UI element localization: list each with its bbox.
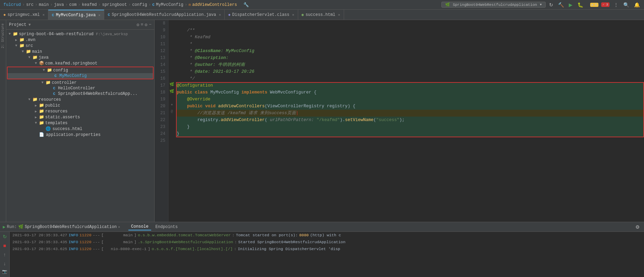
- breadcrumb-part[interactable]: MyMvcConfig: [156, 2, 183, 7]
- folder-icon: 📁: [39, 115, 44, 120]
- tab-springboot-java[interactable]: C SpringBoot04WebRestfulcrudApplication.…: [104, 10, 225, 20]
- tab-label: SpringBoot04WebRestfulcrudApplication.ja…: [112, 12, 216, 17]
- breadcrumb-part[interactable]: springboot: [102, 2, 127, 7]
- tree-resources-folder[interactable]: ▼ 📁 resources: [6, 97, 154, 102]
- tab-close-icon[interactable]: ✕: [219, 13, 221, 17]
- line-numbers: 8 9 10 11 12 13 14 15 16 17 18 19 20 21 …: [155, 20, 168, 222]
- tab-label: springmvc.xml: [8, 12, 40, 17]
- console-line-3: 2021-03-17 20:35:43.625 INFO 11220 --- […: [10, 246, 644, 253]
- console-label: Console: [131, 224, 148, 229]
- tree-src[interactable]: ▼ 📁 src: [6, 43, 154, 49]
- sidebar-header: Project ▼ ⚙ ≡ ⚙ −: [6, 20, 154, 30]
- tab-springmvc-xml[interactable]: ◆ springmvc.xml ✕: [0, 10, 48, 20]
- arrow-icon: ▼: [21, 50, 25, 53]
- tree-app-properties[interactable]: ▶ 📄 application.properties: [6, 132, 154, 138]
- run-app-title: SpringBoot04WebRestfulcrudApplication: [25, 225, 117, 229]
- sidebar-title: Project: [9, 22, 26, 27]
- tree-item-label: com.keafmd.springboot: [45, 61, 97, 66]
- sidebar-gear-icon[interactable]: ⚙: [137, 22, 139, 28]
- tree-springboot-app[interactable]: ▶ C SpringBoot04WebRestfulcrudApp...: [6, 91, 154, 97]
- breadcrumb-part[interactable]: fulcrud: [3, 2, 21, 7]
- run-button[interactable]: ▶: [567, 1, 574, 8]
- tree-item-label: config: [53, 68, 68, 73]
- tree-root[interactable]: ▼ 📁 spring-boot-04-web-restfulcrud F:\ja…: [6, 31, 154, 37]
- tab-close-icon[interactable]: ✕: [98, 13, 100, 17]
- arrow-icon: ▶: [14, 38, 18, 42]
- sidebar-minimize-icon[interactable]: −: [149, 22, 152, 28]
- breadcrumb-tool-icon[interactable]: 🔧: [243, 2, 249, 8]
- tree-templates[interactable]: ▼ 📁 templates: [6, 120, 154, 126]
- bottom-gear-button[interactable]: ⚙: [634, 224, 641, 230]
- tab-dispatcher-class[interactable]: ◈ DispatcherServlet.class ✕: [225, 10, 298, 20]
- camera-icon[interactable]: 📷: [2, 269, 7, 274]
- notifications-button[interactable]: 🔔: [633, 1, 641, 8]
- tab-console[interactable]: Console: [128, 224, 151, 230]
- tab-label: MyMvcConfig.java: [56, 13, 96, 18]
- sidebar-settings-icon[interactable]: ⚙: [145, 22, 147, 28]
- tree-controller[interactable]: ▼ 📁 controller: [6, 80, 154, 86]
- arrow-icon: ▼: [27, 56, 31, 59]
- arrow-icon: ▼: [34, 61, 38, 65]
- breadcrumb-part[interactable]: main: [39, 2, 49, 7]
- tree-item-label: public: [45, 103, 60, 108]
- tree-package[interactable]: ▼ 📦 com.keafmd.springboot: [6, 60, 154, 66]
- breadcrumb-part[interactable]: java: [54, 2, 64, 7]
- tree-config[interactable]: ▼ 📁 config: [8, 67, 153, 73]
- tab-label: success.html: [305, 12, 335, 17]
- tree-java[interactable]: ▼ 📁 java: [6, 55, 154, 60]
- tree-item-label: resources: [39, 97, 61, 102]
- search-everywhere-button[interactable]: 🔍: [622, 1, 631, 8]
- editor-gutter: 🌿 🌿 ●@: [168, 20, 175, 222]
- tree-static-asserts[interactable]: ▶ 📁 static.asserts: [6, 114, 154, 120]
- tab-label: DispatcherServlet.class: [232, 12, 290, 17]
- run-tab-close[interactable]: ✕: [118, 225, 120, 229]
- tree-mymvcconfig[interactable]: ▶ C MyMvcConfig: [8, 73, 153, 79]
- folder-icon: 📁: [13, 31, 18, 37]
- sidebar-dropdown-icon[interactable]: ▼: [28, 23, 31, 27]
- bottom-tabs-bar: ▶ Run: 🌿 SpringBoot04WebRestfulcrudAppli…: [0, 222, 644, 232]
- tree-resources-sub[interactable]: ▶ 📁 resources: [6, 108, 154, 114]
- tab-mymvcconfig-java[interactable]: C MyMvcConfig.java ✕: [48, 10, 104, 20]
- breadcrumb-method[interactable]: addViewControllers: [192, 2, 237, 7]
- code-line-17: @Configuration: [177, 82, 644, 89]
- console-line-1: 2021-03-17 20:35:33.427 INFO 11220 --- […: [10, 233, 644, 239]
- tree-hellocontroller[interactable]: ▶ C HelloController: [6, 86, 154, 91]
- code-line-25: [177, 137, 644, 144]
- folder-icon: 📁: [46, 80, 51, 85]
- structure-tab[interactable]: 2: Structure: [0, 21, 6, 50]
- tree-public[interactable]: ▶ 📁 public: [6, 102, 154, 108]
- breadcrumb-part[interactable]: keafmd: [82, 2, 97, 7]
- html-icon: 🌐: [46, 126, 51, 131]
- restart-button[interactable]: ↻: [2, 233, 8, 240]
- error-badge[interactable]: ✓ 3: [601, 2, 609, 7]
- tab-close-icon[interactable]: ✕: [338, 13, 340, 17]
- scroll-down-button[interactable]: ↓: [3, 260, 7, 267]
- java-c-icon: C: [108, 13, 110, 17]
- breadcrumb-part[interactable]: config: [132, 2, 147, 7]
- sidebar-layout-icon[interactable]: ≡: [141, 22, 144, 28]
- debug-button[interactable]: 🐛: [576, 1, 585, 8]
- class-icon: ◈: [228, 12, 231, 17]
- tab-endpoints[interactable]: Endpoints: [153, 224, 180, 230]
- arrow-icon: ▼: [14, 44, 18, 48]
- code-line-24: }: [177, 130, 644, 137]
- refresh-button[interactable]: ↻: [548, 1, 555, 8]
- tab-close-icon[interactable]: ✕: [292, 13, 294, 17]
- code-content[interactable]: /** * Keafmd * * @ClassName: MyMvcConfig…: [175, 20, 644, 222]
- tree-mvn[interactable]: ▶ 📁 .mvn: [6, 37, 154, 43]
- tab-close-icon[interactable]: ✕: [42, 13, 45, 17]
- breadcrumb-part[interactable]: com: [69, 2, 77, 7]
- run-config-button[interactable]: 🌿 SpringBoot04WebRestfulcrudApplication …: [441, 2, 546, 8]
- tab-success-html[interactable]: ◉ success.html ✕: [298, 10, 344, 20]
- stop-button[interactable]: ■: [2, 242, 7, 249]
- warning-badge[interactable]: ▲ 6: [590, 3, 598, 7]
- more-options-button[interactable]: ⋮: [612, 1, 620, 8]
- tree-success-html[interactable]: ▶ 🌐 success.html: [6, 126, 154, 132]
- scroll-up-button[interactable]: ↑: [3, 251, 7, 258]
- breadcrumb-icon-c: C: [152, 3, 155, 7]
- code-line-19: @Override: [177, 96, 644, 103]
- code-editor[interactable]: 8 9 10 11 12 13 14 15 16 17 18 19 20 21 …: [155, 20, 644, 222]
- build-button[interactable]: 🔨: [557, 1, 565, 8]
- tree-main[interactable]: ▼ 📁 main: [6, 49, 154, 55]
- breadcrumb-part[interactable]: src: [26, 2, 34, 7]
